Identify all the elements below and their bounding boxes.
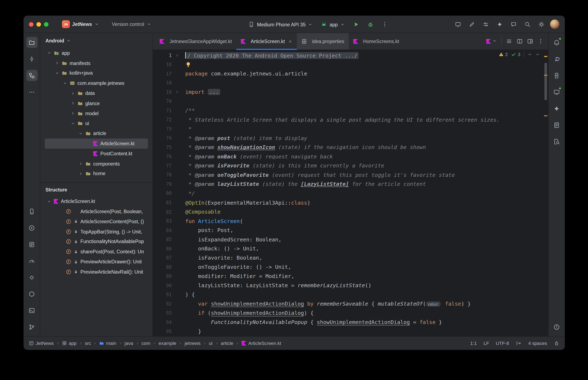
tree-toggle[interactable] xyxy=(71,111,78,116)
project-item-article[interactable]: article xyxy=(45,129,148,139)
rename-pencil-button[interactable] xyxy=(467,19,477,29)
editor-scrollbar[interactable] xyxy=(545,63,547,100)
file-encoding[interactable]: UTF-8 xyxy=(496,341,509,346)
device-selector[interactable]: Medium Phone API 35 xyxy=(246,20,315,29)
gradle-button[interactable] xyxy=(551,53,562,65)
tab-list-button[interactable] xyxy=(506,38,512,44)
code-line-19[interactable]: 19import ... xyxy=(153,87,548,96)
code-line-77[interactable]: 77 * @param isFavorite (state) is this i… xyxy=(153,161,548,170)
fold-gutter[interactable] xyxy=(172,90,185,94)
structure-pane-header[interactable]: Structure xyxy=(40,183,153,196)
code-line-72[interactable]: 72 * Stateless Article Screen that displ… xyxy=(153,115,548,124)
settings-gear-button[interactable] xyxy=(536,19,547,29)
code-line-75[interactable]: 75 * @param showNavigationIcon (state) i… xyxy=(153,143,548,152)
warnings-indicator[interactable]: 2 xyxy=(498,52,508,57)
sliders-settings-button[interactable] xyxy=(480,19,491,29)
logcat-button[interactable] xyxy=(26,239,38,250)
tree-toggle[interactable] xyxy=(63,81,69,85)
structure-button[interactable] xyxy=(26,70,38,81)
problems-button[interactable] xyxy=(551,321,562,333)
code-line-88[interactable]: 88 onToggleFavorite: () -> Unit, xyxy=(153,262,548,271)
run-tool-button[interactable] xyxy=(26,222,38,233)
code-line-82[interactable]: 82@Composable xyxy=(153,207,548,216)
code-line-71[interactable]: 71/** xyxy=(153,106,548,115)
close-window-button[interactable] xyxy=(29,22,34,27)
code-line-81[interactable]: 81@OptIn(ExperimentalMaterial3Api::class… xyxy=(153,198,548,207)
passed-indicator[interactable]: 3 xyxy=(511,52,520,57)
breadcrumb-java[interactable]: java xyxy=(124,341,133,346)
code-line-94[interactable]: 94 FunctionalityNotAvailablePopup { show… xyxy=(153,318,548,327)
editor-more-button[interactable] xyxy=(538,38,544,44)
code-line-95[interactable]: 95 } xyxy=(153,327,548,336)
more-horizontal-button[interactable] xyxy=(26,86,38,98)
tree-toggle[interactable] xyxy=(55,71,61,76)
project-item-manifests[interactable]: manifests xyxy=(45,58,148,68)
vcs-widget[interactable]: Version control xyxy=(110,20,154,28)
line-separator[interactable]: LF xyxy=(484,341,489,346)
code-line-79[interactable]: 79 * @param lazyListState (state) the [L… xyxy=(153,180,548,189)
write-access-lock-icon[interactable] xyxy=(554,341,560,346)
code-line-70[interactable]: 70 xyxy=(153,96,548,106)
git-branch-button[interactable] xyxy=(26,321,38,333)
code-line-1[interactable]: 1/ Copyright 2020 The Android Open Sourc… xyxy=(153,51,548,60)
tree-toggle[interactable] xyxy=(71,121,78,126)
minimize-window-button[interactable] xyxy=(36,22,41,27)
project-item-articlescreen-kt[interactable]: ArticleScreen.kt xyxy=(45,139,148,149)
next-problem-button[interactable] xyxy=(535,52,540,57)
code-line-86[interactable]: 86 onBack: () -> Unit, xyxy=(153,244,548,253)
structure-item-sharepost-post-context-un[interactable]: sharePost(Post, Context): Un xyxy=(45,247,148,257)
close-tab-button[interactable] xyxy=(288,39,293,43)
running-devices-button[interactable] xyxy=(551,86,562,98)
indent-icon[interactable] xyxy=(516,341,522,346)
layout-inspector-button[interactable] xyxy=(453,19,463,29)
project-widget[interactable]: JN JetNews xyxy=(60,19,101,30)
run-button[interactable] xyxy=(351,19,361,30)
commit-button[interactable] xyxy=(26,53,38,65)
breadcrumb-com[interactable]: com xyxy=(142,341,150,346)
tab-idea-properties[interactable]: idea.properties xyxy=(297,33,349,50)
code-line-18[interactable]: 18 xyxy=(153,78,548,87)
breadcrumb-articlescreen-kt[interactable]: ArticleScreen.kt xyxy=(242,341,281,346)
indent-size[interactable]: 4 spaces xyxy=(528,341,547,346)
structure-item-articlescreen-post-boolean[interactable]: ArticleScreen(Post, Boolean, xyxy=(45,207,148,217)
code-line-17[interactable]: 17package com.example.jetnews.ui.article xyxy=(153,69,548,78)
breadcrumb-jetnews[interactable]: JetNews xyxy=(29,341,54,346)
project-item-kotlin-java[interactable]: kotlin+java xyxy=(45,68,148,78)
tree-toggle[interactable] xyxy=(79,171,85,176)
more-actions-button[interactable] xyxy=(380,19,390,30)
code-line-76[interactable]: 76 * @param onBack (event) request navig… xyxy=(153,152,548,161)
prev-problem-button[interactable] xyxy=(527,52,532,57)
project-item-app[interactable]: app xyxy=(45,48,148,58)
device-manager-button[interactable] xyxy=(26,206,38,217)
project-item-data[interactable]: data xyxy=(45,88,148,98)
project-item-home[interactable]: home xyxy=(45,169,148,179)
breadcrumb-example[interactable]: example xyxy=(159,341,176,346)
tab-homescreens-kt[interactable]: HomeScreens.kt xyxy=(349,33,404,50)
tree-toggle[interactable] xyxy=(71,101,78,106)
project-item-postcontent-kt[interactable]: PostContent.kt xyxy=(45,149,148,159)
code-line-87[interactable]: 87 isFavorite: Boolean, xyxy=(153,253,548,262)
project-pane-header[interactable]: Android xyxy=(40,33,153,48)
device-explorer-button[interactable] xyxy=(551,70,562,81)
document-search-button[interactable] xyxy=(551,136,562,147)
profiler-button[interactable] xyxy=(26,255,38,266)
project-folder-button[interactable] xyxy=(26,37,38,48)
debug-button[interactable] xyxy=(365,19,376,30)
project-item-model[interactable]: model xyxy=(45,109,148,118)
project-item-com-example-jetnews[interactable]: com.example.jetnews xyxy=(45,78,148,88)
sparkle-assist-button[interactable] xyxy=(494,19,505,29)
tree-toggle[interactable] xyxy=(47,199,54,204)
inspections-widget[interactable]: 2 3 xyxy=(496,51,542,58)
code-area[interactable]: 1/ Copyright 2020 The Android Open Sourc… xyxy=(153,50,548,336)
tab-articlescreen-kt[interactable]: ArticleScreen.kt xyxy=(236,33,297,50)
code-line-73[interactable]: 73 * xyxy=(153,124,548,133)
tree-toggle[interactable] xyxy=(79,161,85,166)
breadcrumb-main[interactable]: main xyxy=(99,341,116,346)
code-line-74[interactable]: 74 * @param post (state) item to display xyxy=(153,133,548,143)
breadcrumb-src[interactable]: src xyxy=(85,341,91,346)
code-line-16[interactable]: 16 xyxy=(153,60,548,69)
code-line-93[interactable]: 93 if (showUnimplementedActionDialog) { xyxy=(153,308,548,318)
tab-jetnewsglanceappwidget-kt[interactable]: JetnewsGlanceAppWidget.kt xyxy=(155,33,236,50)
hidden-tabs-dropdown[interactable] xyxy=(486,38,497,44)
structure-item-previewarticlenavrail-unit[interactable]: PreviewArticleNavRail(): Unit xyxy=(45,267,148,277)
